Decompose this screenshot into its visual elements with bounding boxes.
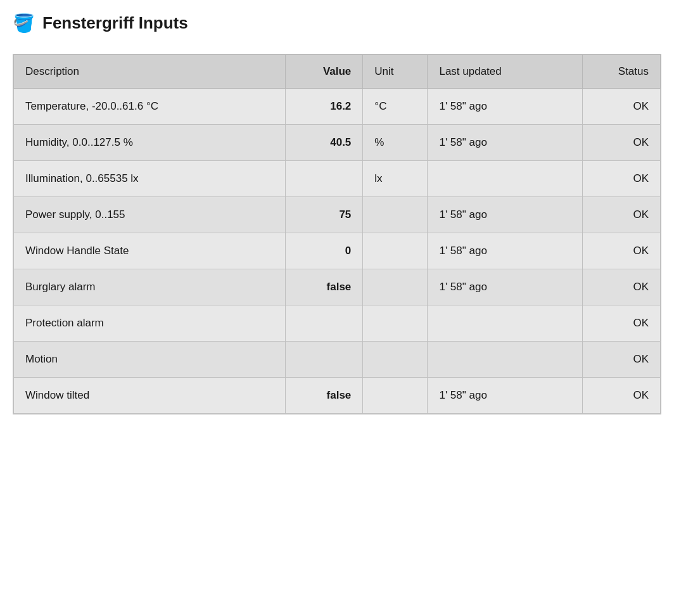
- cell-unit: [363, 378, 428, 414]
- cell-value: [285, 342, 363, 378]
- cell-description: Illumination, 0..65535 lx: [14, 161, 286, 197]
- cell-unit: lx: [363, 161, 428, 197]
- table-row: Temperature, -20.0..61.6 °C16.2°C1' 58" …: [14, 89, 661, 125]
- cell-unit: [363, 305, 428, 342]
- cell-value: [285, 305, 363, 342]
- table-row: MotionOK: [14, 342, 661, 378]
- cell-status: OK: [583, 269, 661, 305]
- cell-description: Temperature, -20.0..61.6 °C: [14, 89, 286, 125]
- cell-unit: %: [363, 125, 428, 161]
- cell-last-updated: 1' 58" ago: [428, 125, 583, 161]
- table-row: Protection alarmOK: [14, 305, 661, 342]
- cell-value: 75: [285, 197, 363, 233]
- cell-unit: [363, 197, 428, 233]
- col-header-unit: Unit: [363, 55, 428, 89]
- table-header-row: Description Value Unit Last updated Stat…: [14, 55, 661, 89]
- cell-description: Burglary alarm: [14, 269, 286, 305]
- cell-status: OK: [583, 233, 661, 269]
- col-header-description: Description: [14, 55, 286, 89]
- cell-description: Window tilted: [14, 378, 286, 414]
- cell-last-updated: [428, 305, 583, 342]
- cell-status: OK: [583, 197, 661, 233]
- cell-last-updated: 1' 58" ago: [428, 269, 583, 305]
- cell-status: OK: [583, 125, 661, 161]
- cell-description: Motion: [14, 342, 286, 378]
- col-header-last-updated: Last updated: [428, 55, 583, 89]
- inputs-table-container: Description Value Unit Last updated Stat…: [13, 54, 661, 414]
- table-row: Power supply, 0..155751' 58" agoOK: [14, 197, 661, 233]
- col-header-value: Value: [285, 55, 363, 89]
- cell-unit: °C: [363, 89, 428, 125]
- page-title: Fenstergriff Inputs: [42, 13, 188, 33]
- cell-last-updated: [428, 161, 583, 197]
- cell-last-updated: 1' 58" ago: [428, 197, 583, 233]
- page-header: 🪣 Fenstergriff Inputs: [13, 13, 661, 39]
- table-row: Humidity, 0.0..127.5 %40.5%1' 58" agoOK: [14, 125, 661, 161]
- cell-description: Window Handle State: [14, 233, 286, 269]
- col-header-status: Status: [583, 55, 661, 89]
- table-row: Window Handle State01' 58" agoOK: [14, 233, 661, 269]
- cell-value: false: [285, 378, 363, 414]
- cell-last-updated: 1' 58" ago: [428, 89, 583, 125]
- cell-value: false: [285, 269, 363, 305]
- cell-status: OK: [583, 305, 661, 342]
- cell-value: [285, 161, 363, 197]
- cell-unit: [363, 233, 428, 269]
- cell-description: Humidity, 0.0..127.5 %: [14, 125, 286, 161]
- cell-last-updated: 1' 58" ago: [428, 233, 583, 269]
- cell-status: OK: [583, 378, 661, 414]
- table-row: Illumination, 0..65535 lxlxOK: [14, 161, 661, 197]
- inputs-table: Description Value Unit Last updated Stat…: [13, 55, 661, 414]
- cell-description: Protection alarm: [14, 305, 286, 342]
- cell-last-updated: [428, 342, 583, 378]
- table-row: Window tiltedfalse1' 58" agoOK: [14, 378, 661, 414]
- table-row: Burglary alarmfalse1' 58" agoOK: [14, 269, 661, 305]
- cell-unit: [363, 342, 428, 378]
- cell-status: OK: [583, 161, 661, 197]
- cell-value: 40.5: [285, 125, 363, 161]
- cell-status: OK: [583, 89, 661, 125]
- cell-status: OK: [583, 342, 661, 378]
- cell-last-updated: 1' 58" ago: [428, 378, 583, 414]
- header-icon: 🪣: [13, 13, 35, 34]
- cell-unit: [363, 269, 428, 305]
- cell-value: 0: [285, 233, 363, 269]
- cell-value: 16.2: [285, 89, 363, 125]
- cell-description: Power supply, 0..155: [14, 197, 286, 233]
